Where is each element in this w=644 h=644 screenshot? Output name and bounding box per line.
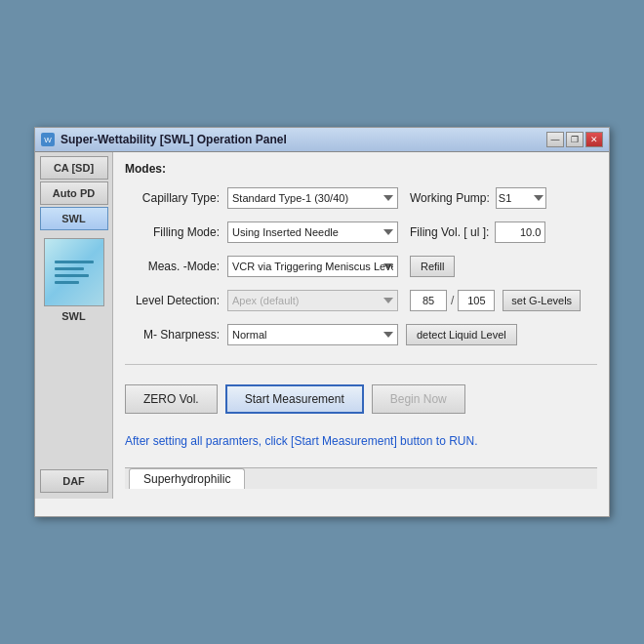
tab-bar: Superhydrophilic [125, 467, 597, 489]
action-row: ZERO Vol. Start Measurement Begin Now [125, 384, 597, 414]
line-2 [55, 267, 84, 270]
line-3 [55, 274, 89, 277]
working-pump-group: Working Pump: S1 S2 [410, 187, 546, 209]
app-icon: W [41, 133, 55, 146]
filling-mode-select[interactable]: Using Inserted Needle [227, 221, 398, 243]
working-pump-label: Working Pump: [410, 191, 490, 205]
filing-vol-group: Filing Vol. [ ul ]: [410, 221, 545, 243]
superhydrophilic-tab[interactable]: Superhydrophilic [129, 468, 245, 489]
refill-group: Refill [410, 256, 455, 277]
m-sharpness-row: M- Sharpness: Normal High Low detect Liq… [125, 324, 597, 345]
divider [125, 364, 597, 365]
title-controls: — ❐ ✕ [546, 132, 603, 147]
meas-mode-row: Meas. -Mode: VCR via Triggering Meniscus… [125, 256, 597, 277]
level-inputs-group: / set G-Levels [410, 290, 581, 311]
filing-vol-label: Filing Vol. [ ul ]: [410, 225, 489, 239]
main-content: Modes: Capillary Type: Standard Type-1 (… [113, 152, 609, 499]
title-bar: W Super-Wettability [SWL] Operation Pane… [35, 128, 609, 152]
refill-button[interactable]: Refill [410, 256, 455, 277]
filing-vol-input[interactable] [495, 221, 545, 243]
main-window: W Super-Wettability [SWL] Operation Pane… [34, 127, 610, 517]
set-g-levels-button[interactable]: set G-Levels [503, 290, 581, 311]
meas-mode-select[interactable]: VCR via Triggering Meniscus Level [227, 256, 398, 277]
sidebar: CA [SD] Auto PD SWL SWL DAF [35, 152, 113, 499]
level-detection-row: Level Detection: Apex (default) / set G-… [125, 290, 597, 311]
modes-label: Modes: [125, 162, 597, 176]
zero-vol-button[interactable]: ZERO Vol. [125, 384, 218, 414]
line-1 [55, 261, 94, 263]
capillary-type-row: Capillary Type: Standard Type-1 (30/40) … [125, 187, 597, 209]
restore-button[interactable]: ❐ [566, 132, 584, 147]
capillary-type-select[interactable]: Standard Type-1 (30/40) [227, 187, 398, 209]
info-text: After setting all paramters, click [Star… [125, 433, 597, 450]
start-measurement-button[interactable]: Start Measurement [225, 384, 364, 414]
level-low-input[interactable] [410, 290, 447, 311]
sidebar-tab-swl[interactable]: SWL [40, 207, 108, 230]
sidebar-tab-daf[interactable]: DAF [40, 469, 108, 493]
close-button[interactable]: ✕ [585, 132, 603, 147]
m-sharpness-select[interactable]: Normal High Low [227, 324, 398, 345]
minimize-button[interactable]: — [546, 132, 564, 147]
level-detection-label: Level Detection: [125, 294, 227, 307]
capillary-type-label: Capillary Type: [125, 191, 227, 205]
window-title: Super-Wettability [SWL] Operation Panel [60, 133, 287, 146]
sidebar-tab-ca-sd[interactable]: CA [SD] [40, 156, 108, 180]
filling-mode-row: Filling Mode: Using Inserted Needle Fili… [125, 221, 597, 243]
working-pump-select[interactable]: S1 S2 [496, 187, 546, 209]
detect-liquid-group: detect Liquid Level [402, 324, 517, 345]
title-bar-left: W Super-Wettability [SWL] Operation Pane… [41, 133, 287, 146]
begin-now-button[interactable]: Begin Now [372, 384, 465, 414]
level-high-input[interactable] [458, 290, 495, 311]
filling-mode-label: Filling Mode: [125, 225, 227, 239]
swl-image [44, 238, 104, 306]
sidebar-image-label: SWL [61, 310, 85, 322]
window-body: CA [SD] Auto PD SWL SWL DAF Modes: Capil… [35, 152, 609, 499]
meas-mode-label: Meas. -Mode: [125, 260, 227, 273]
swl-image-lines [55, 261, 94, 284]
m-sharpness-label: M- Sharpness: [125, 328, 227, 342]
level-detection-select[interactable]: Apex (default) [227, 290, 398, 311]
line-4 [55, 281, 79, 284]
level-separator: / [451, 294, 454, 307]
detect-liquid-button[interactable]: detect Liquid Level [406, 324, 517, 345]
sidebar-tab-auto-pd[interactable]: Auto PD [40, 181, 108, 205]
